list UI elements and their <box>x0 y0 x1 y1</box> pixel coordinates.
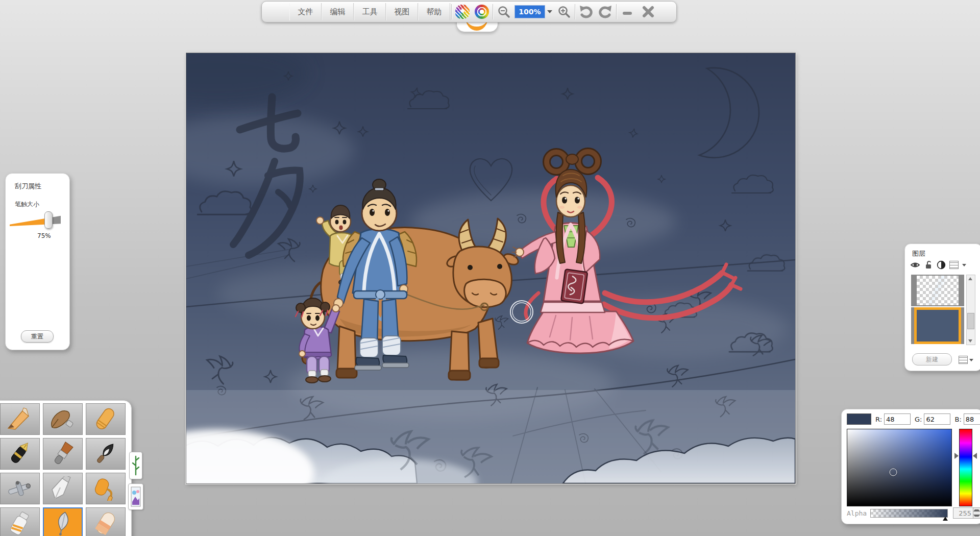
tool-fountain-pen[interactable] <box>0 438 40 470</box>
toolbar-spacer <box>262 2 289 22</box>
layer-row-background[interactable] <box>911 307 964 344</box>
chevron-down-icon <box>968 339 972 343</box>
new-layer-button[interactable]: 新建 <box>912 353 952 366</box>
magnifier-plus-icon <box>557 5 571 18</box>
tool-wood-pen[interactable] <box>43 403 83 435</box>
tool-paint-roller[interactable] <box>86 473 126 504</box>
paint-bottle-icon <box>5 511 35 535</box>
palette-drag-handle[interactable] <box>130 409 143 437</box>
zoom-in-button[interactable] <box>554 3 574 20</box>
zoom-dropdown-button[interactable] <box>545 6 554 18</box>
layer-row-sketch[interactable] <box>911 275 964 306</box>
menu-tools[interactable]: 工具 <box>354 3 386 20</box>
redo-button[interactable] <box>596 3 615 20</box>
chevron-down-icon <box>547 10 552 13</box>
tool-scraper[interactable] <box>43 507 83 536</box>
tool-paintbrush[interactable] <box>43 438 83 470</box>
rainbow-ring-icon <box>475 5 489 19</box>
layers-scrollbar[interactable] <box>966 275 975 345</box>
alpha-input[interactable] <box>953 507 973 519</box>
scroll-up-button[interactable] <box>967 275 974 282</box>
ink-brush-icon <box>91 442 120 466</box>
alpha-decrement-button[interactable] <box>973 513 980 518</box>
chevron-up-icon <box>973 509 980 511</box>
picture-template-button[interactable] <box>128 483 143 510</box>
layer-visibility-button[interactable] <box>910 260 920 270</box>
pencil-icon <box>5 407 35 431</box>
main-toolbar: 文件 编辑 工具 视图 帮助 100% <box>261 1 677 22</box>
zoom-out-button[interactable] <box>494 3 513 20</box>
tool-pencil[interactable] <box>0 403 40 435</box>
layer-opacity-button[interactable] <box>937 260 946 270</box>
toolbar-separator <box>575 4 575 19</box>
tool-eraser[interactable] <box>86 507 126 536</box>
layers-title: 图层 <box>912 249 980 258</box>
mascot-left-eye-button[interactable] <box>453 3 472 20</box>
menu-view[interactable]: 视图 <box>386 3 418 20</box>
hue-marker-left[interactable] <box>954 453 959 459</box>
alpha-slider[interactable] <box>870 509 948 518</box>
slider-fill <box>10 214 48 226</box>
tool-paint-bottle[interactable] <box>0 507 40 536</box>
fountain-pen-icon <box>5 442 35 466</box>
red-label: R: <box>875 416 882 423</box>
slider-handle[interactable] <box>44 211 53 229</box>
minimize-button[interactable] <box>618 3 637 20</box>
menu-edit[interactable]: 编辑 <box>322 3 354 20</box>
blue-input[interactable] <box>964 413 980 425</box>
chevron-down-icon <box>969 359 973 361</box>
unlock-icon <box>924 260 933 270</box>
layer-lock-button[interactable] <box>924 260 933 270</box>
layers-bottom-menu[interactable] <box>957 354 974 366</box>
saturation-value-field[interactable] <box>847 429 952 506</box>
layer-thumbnail-selected[interactable] <box>914 307 961 344</box>
rainbow-glyph-icon <box>455 5 470 19</box>
scraper-properties-panel: 刮刀属性 笔触大小 75% 重置 <box>5 173 70 350</box>
eye-icon <box>910 260 920 270</box>
bamboo-stamp-button[interactable] <box>129 452 142 479</box>
hue-slider[interactable] <box>959 429 972 506</box>
layer-menu-button[interactable] <box>949 261 959 269</box>
close-icon <box>642 5 655 18</box>
hue-marker-right[interactable] <box>973 453 977 459</box>
layer-menu-dropdown[interactable] <box>962 264 966 266</box>
airbrush-icon <box>5 476 35 501</box>
toolbar-separator <box>493 4 493 19</box>
toolbar-separator <box>451 4 452 19</box>
layer-thumbnail-transparent[interactable] <box>917 276 959 305</box>
toolbar-separator <box>616 4 617 19</box>
mascot-ear-icon <box>130 417 142 430</box>
alpha-increment-button[interactable] <box>973 508 980 513</box>
color-cursor[interactable] <box>889 469 897 476</box>
mascot-right-eye-button[interactable] <box>472 3 492 20</box>
layers-drag-handle[interactable] <box>893 258 906 287</box>
green-label: G: <box>915 416 922 423</box>
tool-airbrush[interactable] <box>0 473 40 504</box>
reset-button[interactable]: 重置 <box>21 330 54 343</box>
menu-file[interactable]: 文件 <box>289 3 322 20</box>
scrollbar-thumb[interactable] <box>967 313 974 329</box>
tool-crayon[interactable] <box>86 403 126 435</box>
redo-arrow-icon <box>598 5 613 19</box>
brush-size-slider[interactable] <box>10 214 61 226</box>
panel-title: 刮刀属性 <box>15 182 69 191</box>
panel-drag-handle[interactable] <box>68 180 81 208</box>
chevron-down-icon <box>973 515 980 517</box>
menu-help[interactable]: 帮助 <box>418 3 450 20</box>
alpha-spinbox <box>953 507 980 519</box>
picture-icon <box>131 486 141 507</box>
bamboo-icon <box>131 454 140 477</box>
tool-ink-brush[interactable] <box>86 438 126 470</box>
tool-palette-knife[interactable] <box>43 473 83 504</box>
green-input[interactable] <box>924 413 950 425</box>
drawing-canvas[interactable] <box>186 53 796 484</box>
close-button[interactable] <box>637 3 659 20</box>
red-input[interactable] <box>884 413 911 425</box>
zoom-level-field[interactable]: 100% <box>514 5 545 18</box>
scroll-down-button[interactable] <box>967 337 974 345</box>
slider-track[interactable] <box>10 214 61 226</box>
color-drag-handle[interactable] <box>830 422 843 450</box>
alpha-marker[interactable] <box>943 517 948 521</box>
undo-button[interactable] <box>576 3 596 20</box>
tool-palette-panel <box>0 400 132 536</box>
